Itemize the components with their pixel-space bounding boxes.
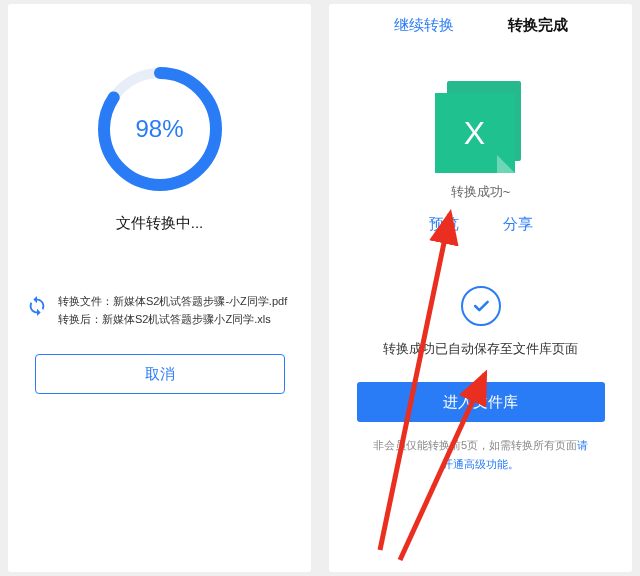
file-info-block: 转换文件：新媒体S2机试答题步骤-小Z同学.pdf 转换后：新媒体S2机试答题步… — [8, 293, 311, 328]
file-out-row: 转换后：新媒体S2机试答题步骤小Z同学.xls — [58, 311, 287, 329]
tab-bar: 继续转换 转换完成 — [394, 16, 568, 35]
completed-panel: 继续转换 转换完成 X 转换成功~ 预览 分享 转换成功已自动保存至文件库页面 … — [329, 4, 632, 572]
file-in-name: 新媒体S2机试答题步骤-小Z同学.pdf — [113, 295, 287, 307]
saved-text: 转换成功已自动保存至文件库页面 — [383, 340, 578, 358]
file-in-row: 转换文件：新媒体S2机试答题步骤-小Z同学.pdf — [58, 293, 287, 311]
upgrade-hint: 非会员仅能转换前5页，如需转换所有页面请开通高级功能。 — [329, 436, 632, 473]
success-text: 转换成功~ — [451, 183, 511, 201]
hint-text: 非会员仅能转换前5页，如需转换所有页面 — [373, 439, 577, 451]
tab-continue[interactable]: 继续转换 — [394, 16, 454, 35]
xls-file-icon: X — [435, 81, 527, 173]
status-text: 文件转换中... — [116, 214, 204, 233]
go-library-button[interactable]: 进入文件库 — [357, 382, 605, 422]
file-out-name: 新媒体S2机试答题步骤小Z同学.xls — [102, 313, 271, 325]
cancel-button[interactable]: 取消 — [35, 354, 285, 394]
converting-panel: 98% 文件转换中... 转换文件：新媒体S2机试答题步骤-小Z同学.pdf 转… — [8, 4, 311, 572]
file-in-label: 转换文件： — [58, 295, 113, 307]
action-links: 预览 分享 — [429, 215, 533, 234]
check-icon — [461, 286, 501, 326]
tab-done[interactable]: 转换完成 — [508, 16, 568, 35]
progress-ring: 98% — [95, 64, 225, 194]
share-link[interactable]: 分享 — [503, 215, 533, 234]
file-out-label: 转换后： — [58, 313, 102, 325]
sync-icon — [26, 295, 48, 317]
preview-link[interactable]: 预览 — [429, 215, 459, 234]
